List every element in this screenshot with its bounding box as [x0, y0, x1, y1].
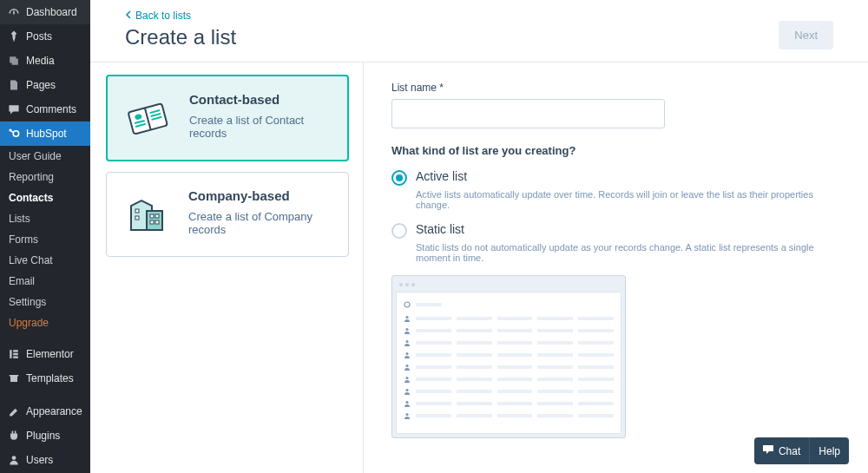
card-contact[interactable]: Contact-basedCreate a list of Contact re… [106, 75, 349, 161]
sidebar-item-templates[interactable]: Templates [0, 366, 90, 391]
svg-rect-22 [147, 211, 162, 230]
contact-illustration-icon [122, 92, 174, 144]
radio-label: Static list [416, 222, 464, 236]
list-kind-heading: What kind of list are you creating? [391, 144, 840, 157]
back-link[interactable]: Back to lists [125, 10, 191, 22]
person-icon [404, 388, 411, 395]
radio-option-active[interactable]: Active list [391, 169, 840, 186]
sidebar-item-dashboard[interactable]: Dashboard [0, 0, 90, 24]
wp-admin-sidebar: DashboardPostsMediaPagesCommentsHubSpotU… [0, 0, 90, 473]
radio-desc-active: Active lists automatically update over t… [416, 189, 840, 210]
sidebar-item-label: Users [26, 454, 53, 466]
pin-icon [7, 30, 21, 43]
preview-row [404, 388, 614, 395]
svg-rect-25 [150, 214, 154, 218]
person-icon [404, 400, 411, 407]
preview-row [404, 376, 614, 383]
preview-row [404, 412, 614, 419]
sidebar-subitem-live-chat[interactable]: Live Chat [0, 250, 90, 271]
svg-rect-23 [135, 209, 139, 213]
preview-row [404, 315, 614, 322]
radio-option-static[interactable]: Static list [391, 222, 840, 239]
help-button[interactable]: Help [809, 437, 849, 464]
preview-row [404, 351, 614, 358]
sidebar-item-label: Pages [26, 79, 56, 91]
sidebar-item-label: Posts [26, 30, 52, 43]
svg-rect-24 [135, 216, 139, 220]
window-dots-icon [396, 279, 621, 292]
svg-point-30 [405, 316, 408, 319]
svg-rect-3 [10, 350, 11, 358]
preview-illustration [391, 275, 626, 438]
sidebar-item-label: Dashboard [26, 6, 77, 18]
card-company[interactable]: Company-basedCreate a list of Company re… [106, 172, 349, 257]
next-button[interactable]: Next [779, 21, 833, 49]
preview-row [404, 364, 614, 371]
sidebar-item-users[interactable]: Users [0, 448, 90, 472]
person-icon [404, 364, 411, 371]
svg-point-34 [405, 365, 408, 367]
sidebar-item-label: HubSpot [26, 128, 67, 140]
svg-rect-27 [150, 220, 154, 224]
sidebar-subitem-contacts[interactable]: Contacts [0, 187, 90, 208]
radio-icon [391, 223, 407, 239]
sidebar-item-media[interactable]: Media [0, 49, 90, 73]
dashboard-icon [7, 5, 21, 19]
sidebar-subitem-forms[interactable]: Forms [0, 229, 90, 250]
plugins-icon [7, 429, 21, 443]
list-name-label: List name * [391, 82, 840, 94]
preview-row [404, 327, 614, 334]
person-icon [404, 327, 411, 334]
person-icon [404, 315, 411, 322]
sidebar-subitem-email[interactable]: Email [0, 271, 90, 292]
sidebar-item-pages[interactable]: Pages [0, 73, 90, 97]
sidebar-subitem-upgrade[interactable]: Upgrade [0, 312, 90, 333]
card-title: Contact-based [189, 92, 333, 107]
sidebar-item-appearance[interactable]: Appearance [0, 399, 90, 424]
sidebar-item-label: Elementor [26, 348, 74, 360]
sidebar-subitem-lists[interactable]: Lists [0, 208, 90, 229]
support-widget: Chat Help [754, 437, 849, 464]
sidebar-item-elementor[interactable]: Elementor [0, 342, 90, 366]
svg-point-33 [405, 352, 408, 355]
media-icon [7, 54, 21, 68]
person-icon [404, 351, 411, 358]
hubspot-icon [7, 127, 21, 141]
chat-bubble-icon [763, 444, 775, 457]
chat-label: Chat [779, 445, 800, 457]
type-selection-column: Contact-basedCreate a list of Contact re… [90, 62, 364, 473]
list-name-input[interactable] [391, 99, 665, 128]
svg-line-2 [11, 131, 14, 133]
sidebar-item-label: Appearance [26, 405, 82, 417]
preview-row [404, 339, 614, 346]
page-header: Back to lists Create a list Next [90, 0, 868, 62]
templates-icon [7, 371, 21, 385]
svg-point-38 [405, 413, 408, 416]
elementor-icon [7, 347, 21, 361]
sidebar-item-comments[interactable]: Comments [0, 97, 90, 122]
back-link-text: Back to lists [135, 10, 191, 22]
sidebar-item-posts[interactable]: Posts [0, 24, 90, 49]
svg-rect-28 [155, 220, 159, 224]
svg-rect-4 [13, 350, 18, 351]
svg-point-37 [405, 401, 408, 404]
card-title: Company-based [188, 188, 334, 203]
sidebar-subitem-settings[interactable]: Settings [0, 292, 90, 312]
company-illustration-icon [121, 188, 173, 240]
svg-point-7 [12, 456, 16, 460]
sidebar-subitem-user-guide[interactable]: User Guide [0, 146, 90, 167]
sidebar-item-plugins[interactable]: Plugins [0, 424, 90, 448]
sidebar-item-label: Comments [26, 103, 76, 115]
radio-desc-static: Static lists do not automatically update… [416, 242, 840, 263]
sidebar-item-hubspot[interactable]: HubSpot [0, 122, 90, 146]
page-title: Create a list [125, 25, 236, 49]
svg-point-36 [405, 389, 408, 391]
svg-point-31 [405, 328, 408, 331]
sidebar-item-label: Media [26, 55, 55, 67]
svg-point-29 [404, 302, 410, 307]
sidebar-item-label: Plugins [26, 430, 60, 442]
main-content: Back to lists Create a list Next Contact… [90, 0, 868, 473]
chat-button[interactable]: Chat [754, 437, 809, 464]
svg-point-0 [13, 131, 18, 136]
sidebar-subitem-reporting[interactable]: Reporting [0, 167, 90, 187]
